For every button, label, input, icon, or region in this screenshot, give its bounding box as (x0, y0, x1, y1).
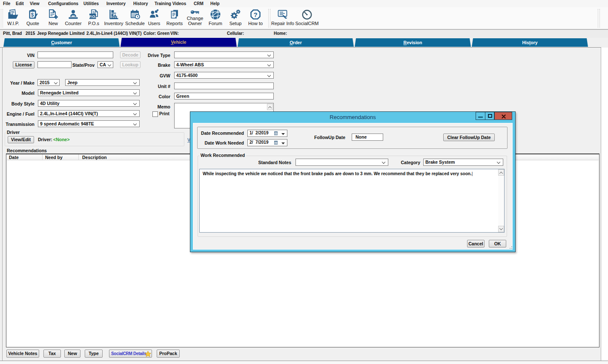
svg-text:P.O.: P.O. (89, 14, 96, 19)
svg-text:$: $ (31, 12, 34, 18)
svg-text:?: ? (253, 11, 257, 18)
